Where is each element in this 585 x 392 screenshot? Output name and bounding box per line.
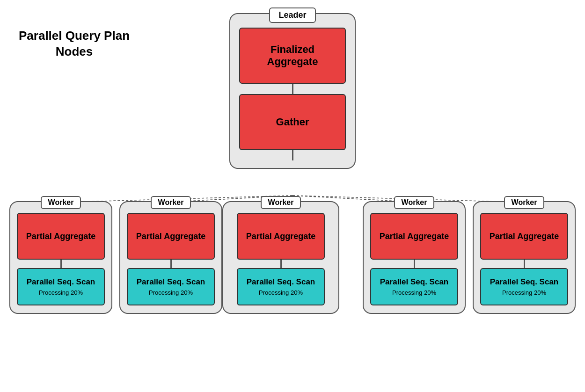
worker-1-label: Worker	[41, 196, 81, 209]
worker-2-label: Worker	[151, 196, 191, 209]
connector-v-2	[292, 150, 293, 160]
page-title: Parallel Query Plan Nodes	[19, 28, 130, 60]
finalized-aggregate-node: Finalized Aggregate	[239, 28, 346, 84]
worker-1-connector	[60, 260, 62, 268]
worker-4-label: Worker	[394, 196, 435, 209]
worker-2-seq-scan: Parallel Seq. Scan Processing 20%	[127, 268, 215, 305]
worker-1-container: Worker Partial Aggregate Parallel Seq. S…	[9, 201, 112, 314]
gather-node: Gather	[239, 94, 346, 150]
worker-5-connector	[524, 260, 525, 268]
worker-1-partial-aggregate: Partial Aggregate	[17, 213, 105, 260]
worker-5-partial-aggregate: Partial Aggregate	[480, 213, 568, 260]
connector-v-1	[292, 84, 293, 94]
worker-4-connector	[414, 260, 415, 268]
worker-5-container: Worker Partial Aggregate Parallel Seq. S…	[473, 201, 576, 314]
leader-label: Leader	[269, 7, 315, 23]
worker-2-partial-aggregate: Partial Aggregate	[127, 213, 215, 260]
worker-5-seq-scan: Parallel Seq. Scan Processing 20%	[480, 268, 568, 305]
worker-2-container: Worker Partial Aggregate Parallel Seq. S…	[119, 201, 222, 314]
leader-container: Leader Finalized Aggregate Gather	[229, 13, 356, 169]
worker-4-partial-aggregate: Partial Aggregate	[370, 213, 458, 260]
worker-1-seq-scan: Parallel Seq. Scan Processing 20%	[17, 268, 105, 305]
worker-2-connector	[170, 260, 172, 268]
worker-5-label: Worker	[504, 196, 545, 209]
worker-4-seq-scan: Parallel Seq. Scan Processing 20%	[370, 268, 458, 305]
worker-4-container: Worker Partial Aggregate Parallel Seq. S…	[363, 201, 466, 314]
workers-row: Worker Partial Aggregate Parallel Seq. S…	[9, 201, 576, 314]
